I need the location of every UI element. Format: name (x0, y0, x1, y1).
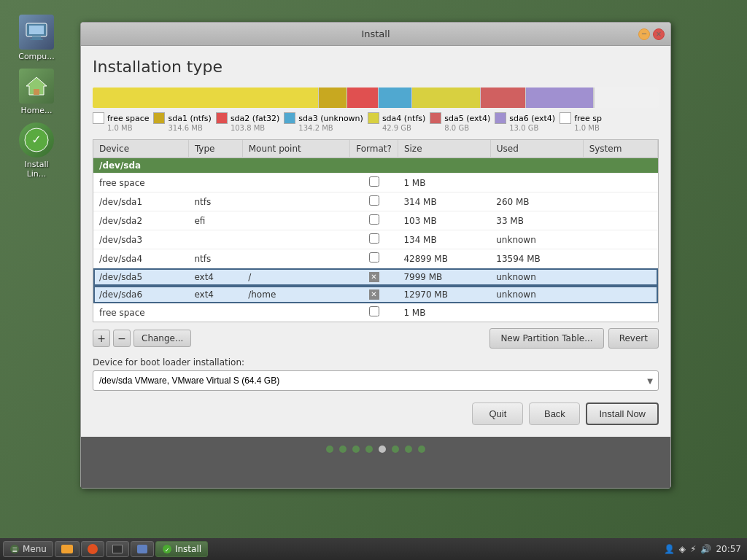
quit-button[interactable]: Quit (472, 402, 523, 425)
taskbar-right: 👤 ◈ ⚡ 🔊 20:57 (658, 544, 747, 554)
cell-device: /dev/sda5 (93, 268, 188, 286)
window-controls: ─ × (638, 28, 665, 40)
legend-sda4: sda4 (ntfs) 42.9 GB (368, 112, 425, 132)
cell-used: 260 MB (490, 192, 583, 211)
legend-size-sda6: 13.0 GB (495, 124, 538, 132)
legend-size-sda3: 134.2 MB (284, 124, 333, 132)
progress-dot-8 (418, 446, 425, 453)
table-row-sda4[interactable]: /dev/sda4 ntfs 42899 MB 13594 MB (93, 249, 658, 268)
cell-device: /dev/sda4 (93, 249, 188, 268)
format-checkbox-freespace2[interactable] (369, 306, 379, 316)
legend-color-sda3 (284, 112, 295, 124)
bar-segment-sda5 (481, 88, 526, 108)
cell-size: 103 MB (398, 211, 490, 230)
bar-segment-sda4 (412, 88, 480, 108)
table-row-sda6[interactable]: /dev/sda6 ext4 /home ✕ 12970 MB unknown (93, 286, 658, 303)
table-row-sda5[interactable]: /dev/sda5 ext4 / ✕ 7999 MB unknown (93, 268, 658, 286)
window-content: Installation type free space 1.0 MB sda (81, 46, 670, 437)
cell-system (583, 249, 657, 268)
legend-size-sda1: 314.6 MB (153, 124, 202, 132)
back-button[interactable]: Back (529, 402, 580, 425)
cell-type: ntfs (188, 192, 242, 211)
desktop-icon-label-home: Home... (21, 106, 53, 115)
cell-system (583, 303, 657, 322)
table-row-freespace1[interactable]: free space 1 MB (93, 174, 658, 192)
format-checkbox-sda3[interactable] (369, 233, 379, 244)
bar-segment-freespace1 (93, 88, 319, 108)
taskbar-firefox-button[interactable] (81, 541, 104, 557)
desktop-icon-computer[interactable]: Compu... (15, 15, 58, 61)
legend-label-sda4: sda4 (ntfs) (382, 114, 425, 123)
legend-color-sda6 (495, 112, 506, 124)
window-title: Install (361, 28, 390, 39)
cell-format: ✕ (350, 286, 398, 303)
legend-label-sda3: sda3 (unknown) (298, 114, 363, 123)
cell-used: unknown (490, 286, 583, 303)
svg-text:✓: ✓ (31, 133, 41, 147)
progress-dot-3 (352, 446, 360, 453)
legend-label-freespace2: free sp (574, 114, 602, 123)
format-checkbox-sda1[interactable] (369, 195, 379, 206)
format-checkbox-freespace1[interactable] (369, 176, 379, 187)
page-title: Installation type (93, 58, 659, 76)
legend-color-sda4 (368, 112, 379, 124)
cell-device: /dev/sda6 (93, 286, 188, 303)
taskbar-files-button[interactable] (55, 541, 80, 557)
table-row-sda3[interactable]: /dev/sda3 134 MB unknown (93, 230, 658, 249)
partition-bar-container: free space 1.0 MB sda1 (ntfs) 314.6 MB s… (93, 88, 659, 132)
taskbar-terminal-button[interactable] (106, 541, 129, 557)
svg-rect-2 (32, 36, 41, 39)
col-header-size: Size (398, 140, 490, 158)
cell-type: ntfs (188, 249, 242, 268)
remove-partition-button[interactable]: − (113, 330, 131, 347)
desktop-icon-home[interactable]: Home... (15, 69, 58, 115)
format-checkbox-sda4[interactable] (369, 252, 379, 262)
progress-dot-5 (379, 446, 386, 453)
table-row-group-sda[interactable]: /dev/sda (93, 158, 658, 174)
cell-size: 12970 MB (398, 286, 490, 303)
install-label: Install (175, 544, 201, 554)
col-header-format: Format? (350, 140, 398, 158)
table-header-row: Device Type Mount point Format? Size Use… (93, 140, 658, 158)
format-checkbox-sda2[interactable] (369, 214, 379, 225)
new-partition-table-button[interactable]: New Partition Table... (489, 328, 603, 349)
cell-format: ✕ (350, 268, 398, 286)
legend-sda2: sda2 (fat32) 103.8 MB (216, 112, 279, 132)
bar-segment-sda6 (526, 88, 594, 108)
cell-size: 1 MB (398, 303, 490, 322)
cell-device: free space (93, 174, 188, 192)
legend-size-sda5: 8.0 GB (430, 124, 469, 132)
add-partition-button[interactable]: + (93, 330, 110, 347)
cell-type: ext4 (188, 268, 242, 286)
menu-label: Menu (23, 544, 47, 554)
format-x-sda6: ✕ (369, 289, 379, 300)
taskbar-filemanager-button[interactable] (131, 541, 154, 557)
cell-format (350, 174, 398, 192)
cell-system (583, 211, 657, 230)
progress-dots (326, 446, 425, 453)
right-controls: New Partition Table... Revert (489, 328, 659, 349)
minimize-button[interactable]: ─ (638, 28, 650, 40)
col-header-device: Device (93, 140, 188, 158)
legend-sda5: sda5 (ext4) 8.0 GB (430, 112, 490, 132)
desktop-icon-install-linux[interactable]: ✓ Install Lin... (15, 122, 58, 179)
table-row-freespace2[interactable]: free space 1 MB (93, 303, 658, 322)
desktop-icon-label-install: Install Lin... (15, 160, 58, 179)
cell-type (188, 174, 242, 192)
legend-color-sda2 (216, 112, 228, 124)
boot-loader-select[interactable]: /dev/sda VMware, VMware Virtual S (64.4 … (93, 370, 659, 391)
taskbar-install-button[interactable]: ✓ Install (155, 541, 208, 557)
menu-button[interactable]: ☰ Menu (3, 541, 53, 557)
table-row-sda1[interactable]: /dev/sda1 ntfs 314 MB 260 MB (93, 192, 658, 211)
legend-freespace2: free sp 1.0 MB (560, 112, 602, 132)
close-button[interactable]: × (653, 28, 665, 40)
revert-button[interactable]: Revert (608, 328, 659, 349)
table-row-sda2[interactable]: /dev/sda2 efi 103 MB 33 MB (93, 211, 658, 230)
install-window: Install ─ × Installation type free space (80, 22, 671, 489)
cell-mount (242, 230, 350, 249)
progress-dot-1 (326, 446, 333, 453)
install-now-button[interactable]: Install Now (586, 402, 659, 425)
svg-rect-5 (34, 89, 39, 95)
change-partition-button[interactable]: Change... (133, 330, 191, 347)
partition-table-container[interactable]: Device Type Mount point Format? Size Use… (93, 139, 659, 322)
